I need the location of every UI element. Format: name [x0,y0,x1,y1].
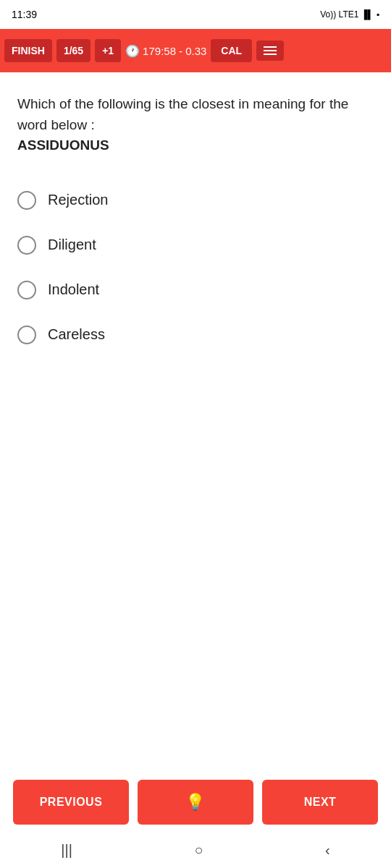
option-item-c[interactable]: Indolent [17,268,374,312]
timer-value: 179:58 [143,45,176,57]
question-word: ASSIDUONUS [17,137,109,153]
android-nav-bar: ||| ○ ‹ [0,832,391,868]
option-item-d[interactable]: Careless [17,312,374,357]
radio-c[interactable] [17,281,36,299]
question-prompt: Which of the following is the closest in… [17,96,348,132]
status-icons: Vo)) LTE1 ▐▌ ▪ [320,9,379,20]
bottom-bar: PREVIOUS 💡 NEXT [0,773,391,832]
previous-button[interactable]: PREVIOUS [13,780,129,825]
option-label-d: Careless [48,326,105,343]
android-back-icon[interactable]: ‹ [325,842,330,859]
progress-indicator: 1/65 [56,39,91,62]
question-text: Which of the following is the closest in… [17,94,374,156]
android-home-icon[interactable]: ○ [194,842,203,859]
menu-line-2 [264,50,277,51]
option-label-c: Indolent [48,281,99,298]
next-button[interactable]: NEXT [262,780,378,825]
radio-b[interactable] [17,236,36,255]
status-time: 11:39 [12,9,37,20]
radio-a[interactable] [17,191,36,210]
menu-line-3 [264,54,277,55]
signal-icon: Vo)) LTE1 ▐▌ [320,9,373,20]
score-value: - 0.33 [179,45,206,57]
status-bar: 11:39 Vo)) LTE1 ▐▌ ▪ [0,0,391,29]
menu-button[interactable] [256,41,284,61]
option-label-a: Rejection [48,192,108,208]
radio-d[interactable] [17,326,36,344]
timer-display: 🕐 179:58 - 0.33 [125,44,206,58]
finish-button[interactable]: FINISH [4,39,52,62]
option-label-b: Diligent [48,237,96,253]
menu-line-1 [264,46,277,48]
options-container: Rejection Diligent Indolent Careless [0,171,391,357]
option-item-b[interactable]: Diligent [17,223,374,268]
android-menu-icon[interactable]: ||| [61,842,72,859]
question-container: Which of the following is the closest in… [0,72,391,171]
option-item-a[interactable]: Rejection [17,178,374,223]
plus-one-button[interactable]: +1 [95,39,121,62]
battery-icon: ▪ [377,9,379,20]
cal-button[interactable]: CAL [211,39,252,62]
hint-button[interactable]: 💡 [138,780,253,825]
timer-icon: 🕐 [125,44,140,58]
hint-icon: 💡 [185,793,206,811]
toolbar: FINISH 1/65 +1 🕐 179:58 - 0.33 CAL [0,29,391,72]
